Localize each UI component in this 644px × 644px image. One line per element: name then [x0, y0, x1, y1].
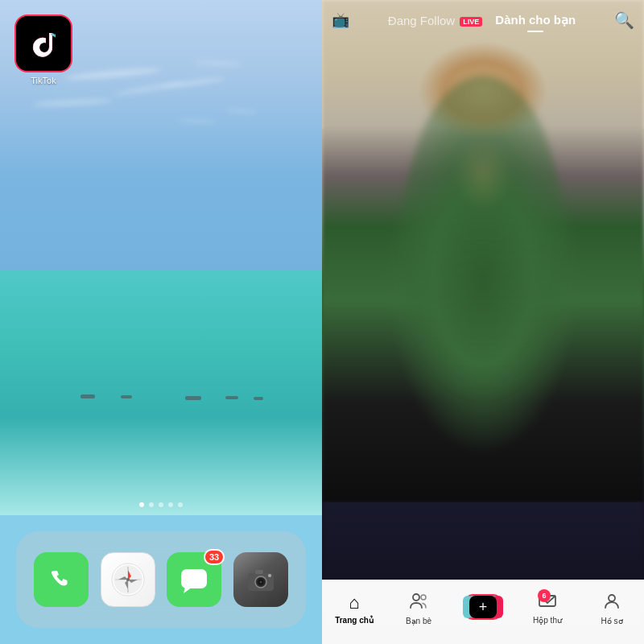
inbox-badge: 6 [538, 589, 551, 602]
tiktok-bottom-nav: ⌂ Trang chủ Bạn bè + [322, 580, 644, 644]
wallpaper-boat [80, 394, 95, 398]
inbox-label: Hộp thư [533, 616, 562, 625]
wallpaper-boat [185, 396, 201, 400]
safari-app-icon[interactable] [101, 552, 155, 607]
profile-icon [603, 592, 621, 614]
nav-friends[interactable]: Bạn bè [394, 592, 443, 625]
ios-dock: 33 [16, 531, 306, 628]
tiktok-logo-svg [27, 27, 60, 60]
svg-point-19 [268, 574, 271, 577]
person-blur-overlay [402, 76, 564, 402]
tiktok-topbar: 📺 Đang Follow LIVE Dành cho bạn 🔍 [322, 0, 644, 40]
friends-label: Bạn bè [406, 617, 431, 625]
live-icon: 📺 [332, 11, 349, 29]
messages-icon-svg [177, 563, 211, 597]
search-icon[interactable]: 🔍 [614, 10, 634, 30]
camera-app-icon[interactable] [233, 552, 288, 607]
nav-home[interactable]: ⌂ Trang chủ [330, 592, 378, 625]
profile-label: Hồ sơ [601, 617, 623, 625]
friends-icon [409, 592, 428, 614]
tiktok-app-icon[interactable]: TikTok [14, 14, 72, 85]
page-dot-3 [159, 502, 163, 507]
messages-badge: 33 [204, 549, 225, 565]
create-button[interactable]: + [464, 594, 502, 620]
live-badge: LIVE [460, 17, 482, 27]
page-dot-5 [178, 502, 183, 507]
page-indicator [0, 502, 322, 507]
phone-icon-svg [46, 564, 76, 595]
wallpaper-ocean [0, 270, 322, 515]
messages-app-icon[interactable]: 33 [167, 552, 221, 607]
svg-rect-11 [181, 569, 207, 588]
nav-inbox[interactable]: 6 Hộp thư [523, 592, 572, 625]
page-dot-2 [149, 502, 154, 507]
svg-rect-18 [255, 570, 263, 574]
plus-icon: + [479, 600, 488, 614]
wallpaper-boat [121, 395, 132, 398]
video-feed [322, 0, 644, 502]
svg-point-21 [421, 595, 426, 600]
tiktok-app: 📺 Đang Follow LIVE Dành cho bạn 🔍 ⌂ Tran… [322, 0, 644, 644]
nav-create[interactable]: + [459, 594, 507, 620]
tiktok-app-label: TikTok [14, 76, 72, 85]
svg-point-20 [413, 594, 419, 601]
tab-for-you[interactable]: Dành cho bạn [490, 10, 580, 31]
safari-icon-svg [110, 562, 146, 597]
home-icon: ⌂ [349, 592, 359, 613]
ios-home-screen: TikTok [0, 0, 322, 644]
tiktok-icon-bg [14, 14, 72, 72]
inbox-icon-wrap: 6 [538, 592, 557, 613]
svg-point-17 [259, 581, 262, 584]
nav-profile[interactable]: Hồ sơ [588, 592, 636, 625]
page-dot-1 [139, 502, 144, 507]
phone-app-icon[interactable] [34, 552, 89, 607]
wallpaper-boat [254, 397, 263, 400]
svg-point-22 [609, 595, 615, 601]
topbar-tabs: Đang Follow LIVE Dành cho bạn [383, 10, 580, 31]
wallpaper-boat [225, 396, 238, 399]
tab-following[interactable]: Đang Follow LIVE [383, 10, 488, 31]
page-dot-4 [168, 502, 173, 507]
camera-icon-svg [244, 563, 278, 597]
home-label: Trang chủ [335, 616, 374, 625]
